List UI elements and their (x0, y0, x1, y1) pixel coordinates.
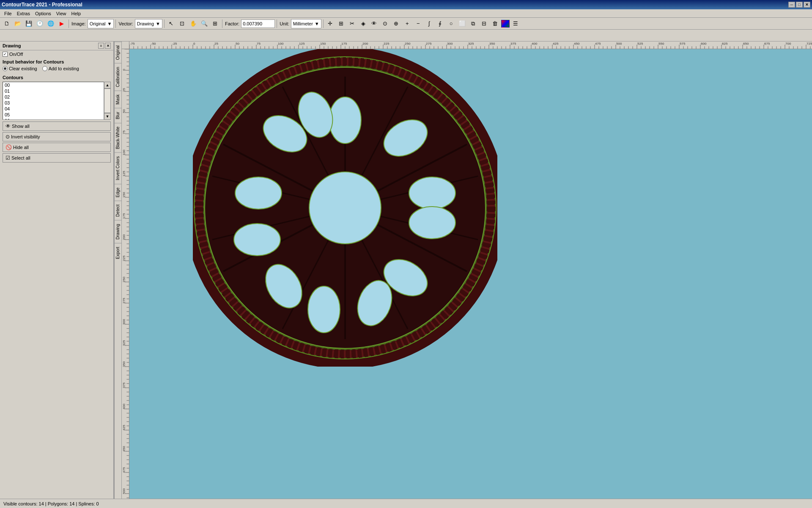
main-layout: Drawing ≡ ✕ ✓ On/Off Input behavior for … (0, 41, 812, 499)
zoom-tool[interactable]: 🔍 (199, 19, 209, 28)
contours-list[interactable]: 00 01 02 03 04 05 06 (3, 82, 104, 120)
select-all-icon: ☑ (5, 155, 10, 161)
add-label: Add to existing (49, 66, 79, 71)
panel-float-button[interactable]: ≡ (98, 43, 104, 49)
transform-btn[interactable]: ⧉ (468, 19, 478, 28)
menu-extras[interactable]: Extras (14, 10, 33, 17)
vtab-black-white[interactable]: Black-White (115, 123, 121, 152)
eye-btn[interactable]: 👁 (369, 19, 379, 28)
list-scrollbar: ▲ ▼ (104, 82, 111, 120)
clear-existing-radio[interactable]: Clear existing (3, 66, 37, 71)
vtab-calibration[interactable]: Calibration (115, 63, 121, 91)
hide-all-button[interactable]: 🚫 Hide all (3, 143, 111, 152)
invert-visibility-button[interactable]: ⊙ Invert visibility (3, 132, 111, 141)
hide-all-label: Hide all (13, 145, 29, 150)
vtab-original[interactable]: Original (115, 41, 121, 63)
horizontal-ruler (129, 41, 812, 49)
grid-btn[interactable]: ⊞ (336, 19, 346, 28)
unit-label: Unit: (279, 21, 290, 26)
image-dropdown[interactable]: Original ▼ (88, 19, 114, 28)
app-title: ContourTrace 2021 - Professional (2, 2, 82, 8)
show-all-button[interactable]: 👁 Show all (3, 121, 111, 131)
on-off-row: ✓ On/Off (0, 50, 113, 58)
maximize-button[interactable]: □ (796, 2, 803, 8)
clear-label: Clear existing (9, 66, 37, 71)
color-btn[interactable] (501, 20, 510, 28)
vtab-detect[interactable]: Detect (115, 201, 121, 220)
list-item-00[interactable]: 00 (3, 82, 104, 88)
list-item-06[interactable]: 06 (3, 118, 104, 120)
node-btn[interactable]: ◈ (358, 19, 368, 28)
sep2 (115, 19, 116, 28)
scroll-up-button[interactable]: ▲ (104, 82, 111, 88)
list-item-01[interactable]: 01 (3, 88, 104, 94)
ruler-v-canvas (122, 49, 129, 499)
new-button[interactable]: 🗋 (2, 19, 12, 28)
delete-btn[interactable]: 🗑 (490, 19, 500, 28)
menu-options[interactable]: Options (33, 10, 54, 17)
svg-point-31 (235, 177, 282, 209)
list-item-05[interactable]: 05 (3, 112, 104, 118)
list-item-04[interactable]: 04 (3, 106, 104, 112)
list-item-02[interactable]: 02 (3, 94, 104, 100)
svg-point-30 (234, 224, 280, 256)
list-item-03[interactable]: 03 (3, 100, 104, 106)
align-btn[interactable]: ⊟ (479, 19, 489, 28)
sep1 (69, 19, 69, 28)
minus-btn[interactable]: − (413, 19, 423, 28)
eye2-btn[interactable]: ⊙ (380, 19, 390, 28)
menu-file[interactable]: File (2, 10, 14, 17)
vector-dropdown[interactable]: Drawing ▼ (135, 19, 162, 28)
toolbar-main: 🗋 📂 💾 🕐 🌐 ▶ Image: Original ▼ Vector: Dr… (0, 18, 812, 30)
select-tool[interactable]: ↖ (166, 19, 176, 28)
svg-point-28 (308, 286, 340, 333)
select-region-tool[interactable]: ⊡ (177, 19, 187, 28)
video-button[interactable]: ▶ (57, 19, 67, 28)
sep4 (222, 19, 222, 28)
pan-tool[interactable]: ✋ (188, 19, 198, 28)
minimize-button[interactable]: ─ (788, 2, 795, 8)
vtab-drawing[interactable]: Drawing (115, 220, 121, 243)
panel-icons: ≡ ✕ (98, 43, 111, 49)
canvas-area[interactable] (122, 41, 812, 499)
menu-view[interactable]: View (54, 10, 69, 17)
spline2-btn[interactable]: ∮ (435, 19, 445, 28)
merge-btn[interactable]: ⊕ (391, 19, 401, 28)
contours-section: Contours 00 01 02 03 04 05 06 ▲ ▼ (0, 74, 113, 499)
web-button[interactable]: 🌐 (46, 19, 56, 28)
unit-dropdown[interactable]: Millimeter ▼ (291, 19, 321, 28)
fit-tool[interactable]: ⊞ (210, 19, 220, 28)
input-behavior-section: Input behavior for Contours Clear existi… (0, 58, 113, 74)
list-btn[interactable]: ☰ (510, 19, 521, 28)
scroll-down-button[interactable]: ▼ (104, 113, 111, 120)
circle-btn[interactable]: ○ (446, 19, 456, 28)
menu-help[interactable]: Help (69, 10, 84, 17)
scroll-track[interactable] (104, 88, 111, 113)
vtab-edge[interactable]: Edge (115, 184, 121, 201)
select-all-button[interactable]: ☑ Select all (3, 153, 111, 163)
save-button[interactable]: 💾 (24, 19, 34, 28)
open-button[interactable]: 📂 (13, 19, 23, 28)
factor-input[interactable] (241, 19, 275, 28)
recent-button[interactable]: 🕐 (35, 19, 45, 28)
on-off-checkbox[interactable]: ✓ (3, 52, 8, 57)
canvas-content[interactable] (129, 49, 812, 499)
input-behavior-title: Input behavior for Contours (3, 59, 111, 64)
title-bar: ContourTrace 2021 - Professional ─ □ ✕ (0, 0, 812, 9)
close-button[interactable]: ✕ (804, 2, 810, 8)
vtab-mask[interactable]: Mask (115, 91, 121, 108)
panel-close-button[interactable]: ✕ (105, 43, 111, 49)
spline-btn[interactable]: ∫ (424, 19, 434, 28)
crosshair-btn[interactable]: ✛ (325, 19, 335, 28)
invert-label: Invert visibility (11, 134, 40, 139)
plus-btn[interactable]: + (402, 19, 412, 28)
add-existing-radio[interactable]: Add to existing (42, 66, 79, 71)
left-panel: Drawing ≡ ✕ ✓ On/Off Input behavior for … (0, 41, 114, 499)
rect-btn[interactable]: ⬜ (457, 19, 467, 28)
cut-btn[interactable]: ✂ (347, 19, 357, 28)
vtab-invert-colors[interactable]: Invert Colors (115, 152, 121, 184)
vtab-export[interactable]: Export (115, 243, 121, 262)
drawing-title: Drawing (3, 43, 21, 48)
select-all-label: Select all (11, 155, 30, 160)
vtab-blur[interactable]: Blur (115, 108, 121, 123)
